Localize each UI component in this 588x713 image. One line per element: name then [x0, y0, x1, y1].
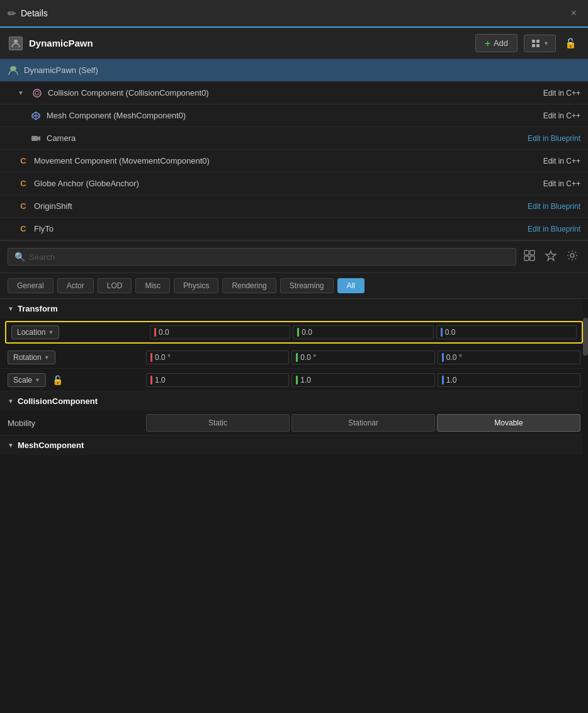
rotation-row: Rotation ▼ — [0, 346, 588, 369]
rotation-dropdown[interactable]: Rotation ▼ — [8, 351, 55, 364]
scale-y-field[interactable] — [291, 373, 434, 387]
gear-icon — [567, 250, 578, 261]
rotation-z-input[interactable] — [446, 353, 576, 362]
component-item-self[interactable]: DynamicPawn (Self) — [0, 59, 588, 82]
sy-axis-indicator — [296, 376, 298, 385]
settings-button[interactable] — [564, 247, 580, 266]
mesh-action[interactable]: Edit in C++ — [543, 111, 580, 120]
location-z-field[interactable] — [436, 325, 577, 339]
rz-axis-indicator — [442, 353, 444, 362]
tab-all[interactable]: All — [337, 278, 365, 293]
svg-point-6 — [33, 89, 41, 97]
mobility-row: Mobility Static Stationar Movable — [0, 411, 588, 435]
location-dropdown[interactable]: Location ▼ — [11, 325, 59, 339]
star-icon — [545, 250, 557, 261]
mobility-label-wrap: Mobility — [8, 418, 146, 428]
self-label: DynamicPawn (Self) — [24, 65, 580, 75]
transform-section-header[interactable]: ▼ Transform — [0, 299, 588, 318]
tab-misc[interactable]: Misc — [135, 278, 170, 293]
collision-action[interactable]: Edit in C++ — [543, 89, 580, 98]
ry-axis-indicator — [296, 353, 298, 362]
flyto-action[interactable]: Edit in Blueprint — [528, 225, 580, 233]
mobility-label: Mobility — [8, 418, 35, 428]
component-menu-button[interactable]: ▼ — [524, 35, 556, 52]
scale-lock-icon[interactable]: 🔓 — [52, 375, 63, 385]
dropdown-chevron: ▼ — [543, 40, 549, 47]
add-button[interactable]: + Add — [475, 34, 517, 52]
actor-name: DynamicPawn — [29, 38, 469, 48]
location-label-wrap: Location ▼ — [11, 325, 150, 339]
location-y-input[interactable] — [302, 328, 429, 337]
favorites-button[interactable] — [543, 247, 559, 266]
rotation-y-input[interactable] — [300, 353, 430, 362]
svg-rect-2 — [536, 40, 540, 43]
scale-values — [146, 373, 580, 387]
panel-title: Details — [21, 8, 562, 18]
mobility-stationary-button[interactable]: Stationar — [291, 414, 435, 432]
tab-streaming[interactable]: Streaming — [280, 278, 334, 293]
scale-z-field[interactable] — [438, 373, 580, 387]
globeanchor-action[interactable]: Edit in C++ — [543, 179, 580, 188]
svg-rect-12 — [31, 136, 38, 141]
collision-section-title: CollisionComponent — [18, 396, 98, 406]
mobility-buttons: Static Stationar Movable — [146, 414, 580, 432]
originshift-action[interactable]: Edit in Blueprint — [528, 202, 580, 211]
tab-physics[interactable]: Physics — [174, 278, 218, 293]
mobility-movable-button[interactable]: Movable — [437, 414, 580, 432]
scale-y-input[interactable] — [300, 376, 430, 385]
rotation-z-field[interactable] — [438, 351, 580, 364]
svg-rect-17 — [530, 256, 534, 261]
component-item-flyto[interactable]: C FlyTo Edit in Blueprint — [0, 218, 588, 240]
component-item-movement[interactable]: C Movement Component (MovementComponent0… — [0, 150, 588, 172]
component-icon — [531, 38, 541, 48]
scale-dropdown[interactable]: Scale ▼ — [8, 373, 46, 387]
tab-actor[interactable]: Actor — [57, 278, 94, 293]
collision-arrow: ▼ — [8, 398, 14, 405]
pencil-icon: ✏ — [8, 8, 16, 20]
tab-general[interactable]: General — [8, 278, 54, 293]
rotation-x-input[interactable] — [155, 353, 285, 362]
lock-button[interactable]: 🔓 — [562, 35, 579, 52]
rotation-x-field[interactable] — [146, 351, 289, 364]
rotation-y-field[interactable] — [291, 351, 434, 364]
location-y-field[interactable] — [293, 325, 433, 339]
search-box[interactable]: 🔍 — [8, 248, 516, 266]
location-x-field[interactable] — [150, 325, 290, 339]
location-z-input[interactable] — [445, 328, 572, 337]
component-item-camera[interactable]: Camera Edit in Blueprint — [0, 127, 588, 150]
svg-point-7 — [35, 91, 39, 95]
search-area: 🔍 — [0, 241, 588, 273]
location-x-input[interactable] — [159, 328, 286, 337]
actor-icon — [9, 36, 23, 50]
transform-title: Transform — [18, 304, 58, 313]
scrollbar-thumb[interactable] — [583, 318, 588, 356]
mesh-section-header[interactable]: ▼ MeshComponent — [0, 435, 588, 455]
scale-x-field[interactable] — [146, 373, 289, 387]
component-item-globeanchor[interactable]: C Globe Anchor (GlobeAnchor) Edit in C++ — [0, 172, 588, 195]
self-icon — [8, 65, 19, 76]
close-button[interactable]: × — [567, 6, 580, 20]
movement-action[interactable]: Edit in C++ — [543, 157, 580, 166]
title-bar: ✏ Details × — [0, 0, 588, 28]
svg-rect-4 — [536, 44, 540, 47]
globeanchor-icon: C — [18, 178, 29, 189]
scale-x-input[interactable] — [155, 376, 285, 385]
camera-action[interactable]: Edit in Blueprint — [528, 134, 580, 143]
component-item-mesh[interactable]: Mesh Component (MeshComponent0) Edit in … — [0, 104, 588, 127]
mesh-label: Mesh Component (MeshComponent0) — [47, 111, 538, 120]
collision-label: Collision Component (CollisionComponent0… — [48, 88, 538, 98]
grid-view-button[interactable] — [521, 247, 538, 266]
y-axis-indicator — [297, 328, 299, 337]
svg-rect-16 — [524, 256, 529, 261]
tab-rendering[interactable]: Rendering — [222, 278, 276, 293]
component-item-collision[interactable]: ▼ Collision Component (CollisionComponen… — [0, 82, 588, 104]
scale-z-input[interactable] — [446, 376, 576, 385]
component-item-originshift[interactable]: C OriginShift Edit in Blueprint — [0, 195, 588, 218]
mobility-static-button[interactable]: Static — [146, 414, 290, 432]
globeanchor-label: Globe Anchor (GlobeAnchor) — [34, 179, 538, 188]
collision-section-header[interactable]: ▼ CollisionComponent — [0, 391, 588, 411]
tab-lod[interactable]: LOD — [98, 278, 132, 293]
location-row: Location ▼ — [5, 321, 583, 344]
rotation-label-wrap: Rotation ▼ — [8, 351, 146, 364]
search-input[interactable] — [29, 252, 509, 262]
